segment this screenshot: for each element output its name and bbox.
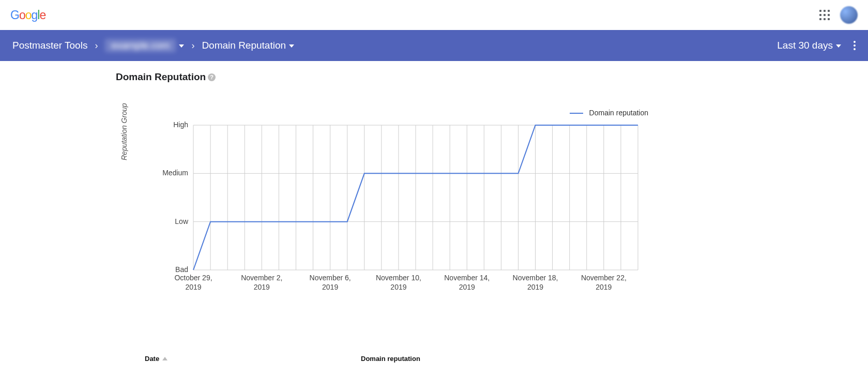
breadcrumb-domain-dropdown[interactable]: example.com — [105, 39, 184, 52]
caret-down-icon — [836, 44, 841, 48]
chart-legend: Domain reputation — [131, 109, 648, 117]
svg-text:November 18,: November 18, — [513, 274, 558, 282]
legend-label: Domain reputation — [589, 109, 648, 117]
svg-text:2019: 2019 — [254, 283, 270, 291]
svg-text:November 2,: November 2, — [241, 274, 282, 282]
svg-text:November 6,: November 6, — [310, 274, 351, 282]
google-topbar: Google — [0, 0, 868, 30]
page-title-text: Domain Reputation — [116, 71, 206, 83]
breadcrumb-page-label: Domain Reputation — [202, 40, 286, 51]
svg-text:2019: 2019 — [527, 283, 543, 291]
date-range-dropdown[interactable]: Last 30 days — [777, 40, 841, 51]
more-vert-icon[interactable] — [854, 41, 856, 50]
svg-text:High: High — [173, 120, 188, 129]
svg-text:2019: 2019 — [322, 283, 338, 291]
svg-text:November 22,: November 22, — [581, 274, 627, 282]
caret-down-icon — [179, 44, 184, 48]
date-range-label: Last 30 days — [777, 40, 833, 51]
svg-text:Low: Low — [175, 217, 189, 225]
caret-down-icon — [289, 44, 294, 48]
th-date-label: Date — [145, 355, 159, 363]
main-content: Domain Reputation ? Domain reputation Re… — [0, 61, 659, 383]
svg-text:November 14,: November 14, — [444, 274, 490, 282]
page-title: Domain Reputation ? — [116, 71, 659, 83]
svg-text:Bad: Bad — [175, 265, 188, 274]
sort-asc-icon — [162, 357, 167, 360]
svg-text:2019: 2019 — [390, 283, 406, 291]
line-chart: BadLowMediumHighOctober 29,2019November … — [131, 120, 648, 306]
apps-grid-icon[interactable] — [819, 10, 830, 20]
y-axis-title: Reputation Group — [120, 103, 128, 160]
svg-text:Medium: Medium — [162, 169, 188, 177]
legend-swatch — [570, 113, 583, 114]
svg-text:November 10,: November 10, — [376, 274, 421, 282]
google-logo[interactable]: Google — [10, 8, 45, 22]
breadcrumb-page-dropdown[interactable]: Domain Reputation — [202, 40, 294, 51]
table-header-row: Date Domain reputation — [116, 355, 659, 363]
svg-text:2019: 2019 — [596, 283, 612, 291]
chevron-right-icon: › — [191, 40, 194, 51]
breadcrumb-domain-label: example.com — [105, 39, 176, 52]
table-header-reputation[interactable]: Domain reputation — [361, 355, 420, 363]
breadcrumb-root-label: Postmaster Tools — [12, 40, 87, 51]
svg-text:2019: 2019 — [185, 283, 201, 291]
breadcrumb-root[interactable]: Postmaster Tools — [12, 40, 87, 51]
svg-text:2019: 2019 — [459, 283, 475, 291]
svg-text:October 29,: October 29, — [174, 274, 212, 282]
account-avatar[interactable] — [840, 6, 858, 24]
chevron-right-icon: › — [95, 40, 98, 51]
help-icon[interactable]: ? — [208, 73, 216, 81]
breadcrumb-bar: Postmaster Tools › example.com › Domain … — [0, 30, 868, 61]
table-header-date[interactable]: Date — [145, 355, 361, 363]
chart-container: Domain reputation Reputation Group BadLo… — [131, 109, 659, 308]
